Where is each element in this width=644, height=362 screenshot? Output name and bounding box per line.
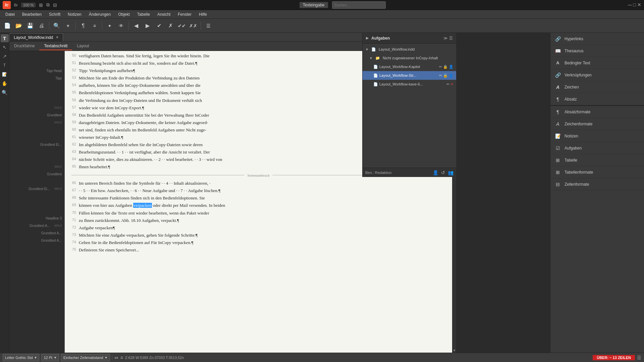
bridge-icon[interactable]: Br — [14, 3, 18, 7]
line-number: 63 — [69, 148, 79, 155]
panel-absatzformate[interactable]: ¶ Absatzformate — [550, 106, 644, 118]
save-button[interactable]: 💾 — [25, 20, 36, 31]
zoom-display[interactable]: 100 % — [21, 3, 36, 7]
size-selector[interactable]: 12 Pt ▼ — [41, 354, 59, 361]
layout-icon[interactable]: ⊞ — [39, 2, 43, 8]
panel-verknuepfungen[interactable]: 🔗 Verknüpfungen — [550, 69, 644, 81]
doc-tab-workflow[interactable]: Layout_Workflow.indd ✕ — [9, 33, 63, 41]
style-label: Grundtext — [11, 172, 63, 176]
tree-item-str[interactable]: 📄 Layout_Workflow-Str... ✏ 🔒 👤 — [363, 71, 456, 80]
toolbar: 📄 📂 💾 🖨 🔍 ✴ ¶ ≡ ✦ 👁 ◀ ▶ ✔ ✗ ✔✔ ✗✗ ☰ — [0, 19, 644, 33]
align-button[interactable]: ≡ — [89, 20, 100, 31]
special-char-button[interactable]: ✴ — [63, 20, 73, 31]
note-tool[interactable]: 📝 — [1, 70, 9, 78]
menu-notizen[interactable]: Notizen — [64, 11, 85, 18]
print-button[interactable]: 🖨 — [36, 20, 47, 31]
new-document-button[interactable]: 📄 — [2, 20, 13, 31]
group-icon[interactable]: 👥 — [448, 170, 453, 175]
menu-tabelle[interactable]: Tabelle — [134, 11, 153, 18]
close-button[interactable]: ✕ — [637, 2, 641, 8]
menu-bearbeiten[interactable]: Bearbeiten — [19, 11, 45, 18]
preview-button[interactable]: 👁 — [116, 20, 126, 31]
reject-all-button[interactable]: ✗✗ — [188, 20, 199, 31]
panel-tabelle[interactable]: ⊞ Tabelle — [550, 154, 644, 166]
menu-button[interactable]: ☰ — [203, 20, 214, 31]
menu-datei[interactable]: Datei — [2, 11, 18, 18]
label-row-64 — [9, 156, 64, 163]
line-number: 60 — [69, 126, 79, 133]
minimize-button[interactable]: ─ — [628, 2, 632, 8]
style-label: Grundtext — [11, 113, 63, 117]
aufgaben-panel-header: ▶ Aufgaben ≫ ☰ — [363, 33, 456, 44]
label-row-60 — [9, 126, 64, 133]
tab-layout[interactable]: Layout — [72, 42, 94, 50]
tree-item-unassigned[interactable]: ▼ 📁 Nicht zugewiesener InCopy-Inhalt — [363, 54, 456, 62]
accept-all-button[interactable]: ✔✔ — [176, 20, 187, 31]
aufgaben-menu-btn[interactable]: ☰ — [449, 36, 453, 41]
accept-button[interactable]: ✔ — [154, 20, 164, 31]
style-label: Grundtext A... — [11, 231, 63, 235]
text-line-66: 66Im unteren Bereich finden Sie die Symb… — [69, 180, 448, 187]
aufgaben-expand-btn[interactable]: ≫ — [443, 36, 448, 41]
line-text: zu Ihnen zurückkommt. Abb. 18.10 Aufgabe… — [79, 217, 448, 224]
line-number: 74 — [69, 239, 79, 245]
panel-aufgaben[interactable]: ☑ Aufgaben — [550, 142, 644, 154]
hand-tool[interactable]: ✋ — [1, 79, 9, 87]
find-button[interactable]: 🔍 — [51, 20, 62, 31]
panel-zellenformate[interactable]: ⊟ Zellenformate — [550, 178, 644, 190]
highlighted-word: verpacken — [133, 203, 152, 208]
workspace-selector[interactable]: Texteingabe — [300, 2, 328, 8]
reject-button[interactable]: ✗ — [165, 20, 176, 31]
font-selector[interactable]: Letter Gothic Std ▼ — [3, 354, 39, 361]
margin-label: 382,0 — [51, 187, 63, 190]
linespacing-selector[interactable]: Einfacher Zeilenabstand ▼ — [61, 354, 110, 361]
panel-thesaurus[interactable]: 📖 Thesaurus — [550, 45, 644, 57]
tab-textabschnitt[interactable]: Textabschnitt — [39, 42, 72, 50]
menu-ansicht[interactable]: Ansicht — [154, 11, 174, 18]
menu-hilfe[interactable]: Hilfe — [196, 11, 210, 18]
refresh-icon[interactable]: ↺ — [441, 170, 445, 175]
label-row-69 — [9, 192, 64, 200]
person-icon-2: 👤 — [449, 73, 453, 78]
tree-collapse-icon: ▼ — [365, 48, 369, 51]
user-icon[interactable]: 👤 — [433, 170, 438, 175]
prev-change-button[interactable]: ◀ — [131, 20, 142, 31]
panel-bedingter-text[interactable]: A Bedingter Text — [550, 57, 644, 69]
zoom-tool[interactable]: 🔍 — [1, 88, 9, 97]
label-row-65: 366,0 — [9, 163, 64, 170]
type-tool[interactable]: T — [1, 61, 9, 69]
panel-notizen[interactable]: 📝 Notizen — [550, 130, 644, 142]
script-button[interactable]: ✦ — [104, 20, 115, 31]
scroll-down-arrow[interactable]: ▼ — [452, 348, 457, 353]
style-label: Grundtext Ei... — [11, 143, 63, 146]
panel-zeichenformate[interactable]: A Zeichenformate — [550, 118, 644, 130]
select-tool[interactable]: ↖ — [1, 43, 9, 51]
arrange-icon[interactable]: ⊟ — [53, 2, 57, 8]
tab-druckfahne[interactable]: Druckfahne — [9, 42, 39, 50]
menu-fenster[interactable]: Fenster — [174, 11, 195, 18]
tree-item-indd[interactable]: ▼ 📄 Layout_Workflow.indd — [363, 45, 456, 54]
tree-item-kave[interactable]: 📄 Layout_Workflow-kave-6... ✏ ✕ — [363, 80, 456, 88]
panel-tabellenformate[interactable]: ⊞ Tabellenformate — [550, 166, 644, 178]
panel-absatz[interactable]: ¶ Absatz — [550, 93, 644, 105]
window-icon[interactable]: ⧉ — [46, 2, 50, 8]
search-input[interactable] — [332, 1, 386, 9]
panel-zellenformate-label: Zellenformate — [565, 182, 589, 187]
tree-item-kapitel[interactable]: 📄 Layout_Workflow-Kapitel ✏ 🔒 👤 — [363, 62, 456, 71]
panel-zeichen[interactable]: A Zeichen — [550, 81, 644, 93]
text-line-70: 70Fällen können Sie die Texte erst wiede… — [69, 209, 448, 217]
menu-aenderungen[interactable]: Änderungen — [86, 11, 114, 18]
text-tool[interactable]: T — [1, 34, 9, 42]
direct-select-tool[interactable]: ↗ — [1, 52, 9, 60]
maximize-button[interactable]: □ — [633, 2, 636, 8]
status-menu-icon[interactable]: ☰ — [637, 355, 641, 360]
paragraph-button[interactable]: ¶ — [78, 20, 89, 31]
menu-objekt[interactable]: Objekt — [115, 11, 133, 18]
panel-hyperlinks[interactable]: 🔗 Hyperlinks — [550, 33, 644, 45]
margin-label: 316,5 — [51, 106, 63, 109]
menu-schrift[interactable]: Schrift — [46, 11, 64, 18]
open-button[interactable]: 📂 — [13, 20, 24, 31]
next-change-button[interactable]: ▶ — [142, 20, 153, 31]
text-line-73: 73Möchten Sie eine Aufgabe verpacken, ge… — [69, 232, 448, 239]
doc-tab-close[interactable]: ✕ — [56, 35, 59, 40]
